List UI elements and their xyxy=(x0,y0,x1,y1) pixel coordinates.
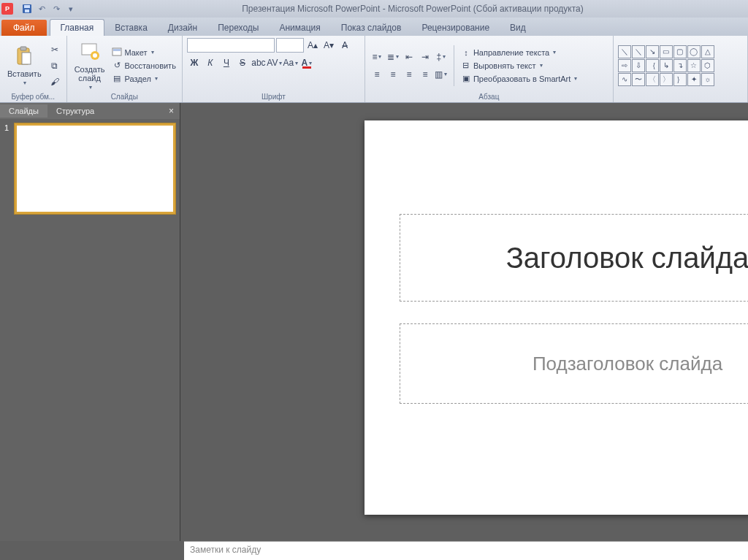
qat-customize-icon[interactable]: ▾ xyxy=(64,2,77,15)
shape-curve-icon[interactable]: ∿ xyxy=(618,73,631,86)
align-left-icon[interactable]: ≡ xyxy=(370,67,384,82)
thumbnail-item[interactable]: 1 xyxy=(4,123,175,214)
paste-button[interactable]: Вставить ▾ xyxy=(4,43,45,88)
shape-hex-icon[interactable]: ⬡ xyxy=(701,59,714,72)
grow-font-icon[interactable]: A▴ xyxy=(305,38,320,53)
title-placeholder[interactable]: Заголовок слайда xyxy=(400,214,748,302)
format-painter-icon[interactable]: 🖌 xyxy=(47,74,62,89)
window-title: Презентация Microsoft PowerPoint - Micro… xyxy=(77,4,748,14)
shape-rect2-icon[interactable]: ▢ xyxy=(673,45,687,58)
convert-smartart-button[interactable]: ▣Преобразовать в SmartArt▾ xyxy=(459,73,579,85)
paragraph-group-label: Абзац xyxy=(370,93,608,101)
shape-line-icon[interactable]: ＼ xyxy=(618,45,631,58)
shape-tri-icon[interactable]: △ xyxy=(701,45,714,58)
shape-brace-icon[interactable]: ｛ xyxy=(646,59,659,72)
shape-star2-icon[interactable]: ✦ xyxy=(687,73,701,86)
group-drawing: ＼ ＼ ↘ ▭ ▢ ◯ △ ⇨ ⇩ ｛ ↳ ↴ ☆ ⬡ ∿ 〜 〈 〉 ｝ ✦ xyxy=(614,36,748,102)
shape-star-icon[interactable]: ☆ xyxy=(687,59,701,72)
numbering-icon[interactable]: ≣▾ xyxy=(386,50,400,64)
shape-line3-icon[interactable]: ↘ xyxy=(646,45,659,58)
app-icon: P xyxy=(1,3,13,15)
shape-brace2-icon[interactable]: ｝ xyxy=(673,73,687,86)
tab-animation[interactable]: Анимация xyxy=(269,20,330,36)
char-spacing-icon[interactable]: AV▾ xyxy=(267,55,282,70)
copy-icon[interactable]: ⧉ xyxy=(47,58,62,73)
layout-button[interactable]: Макет▾ xyxy=(110,47,177,58)
subtitle-placeholder[interactable]: Подзаголовок слайда xyxy=(400,323,748,404)
shape-curve2-icon[interactable]: 〜 xyxy=(632,73,645,86)
font-color-icon[interactable]: A▾ xyxy=(299,55,314,70)
clear-formatting-icon[interactable]: A̶ xyxy=(337,38,352,53)
increase-indent-icon[interactable]: ⇥ xyxy=(418,50,432,64)
shape-gallery[interactable]: ＼ ＼ ↘ ▭ ▢ ◯ △ ⇨ ⇩ ｛ ↳ ↴ ☆ ⬡ ∿ 〜 〈 〉 ｝ ✦ xyxy=(618,45,714,86)
shape-oval-icon[interactable]: ◯ xyxy=(687,45,701,58)
section-button[interactable]: ▤ Раздел▾ xyxy=(110,73,177,85)
svg-rect-10 xyxy=(113,49,121,51)
shape-connector-icon[interactable]: ↳ xyxy=(660,59,673,72)
shape-sun-icon[interactable]: ☼ xyxy=(701,73,714,86)
align-right-icon[interactable]: ≡ xyxy=(402,67,416,82)
bold-icon[interactable]: Ж xyxy=(187,55,202,70)
slide-area: Заголовок слайда Подзаголовок слайда xyxy=(180,103,748,541)
text-direction-button[interactable]: ↕Направление текста▾ xyxy=(459,47,579,58)
shrink-font-icon[interactable]: A▾ xyxy=(321,38,336,53)
slide[interactable]: Заголовок слайда Подзаголовок слайда xyxy=(365,120,748,515)
font-size-input[interactable] xyxy=(276,38,304,53)
shape-rect-icon[interactable]: ▭ xyxy=(660,45,673,58)
title-bar: P ↶ ↷ ▾ Презентация Microsoft PowerPoint… xyxy=(0,0,748,18)
strike-icon[interactable]: S xyxy=(235,55,250,70)
panel-tab-outline[interactable]: Структура xyxy=(47,104,103,118)
tab-review[interactable]: Рецензирование xyxy=(411,20,500,36)
reset-button[interactable]: ↺ Восстановить xyxy=(110,60,177,72)
svg-rect-2 xyxy=(25,9,29,12)
notes-placeholder-text: Заметки к слайду xyxy=(190,545,261,555)
thumbnail-preview[interactable] xyxy=(15,123,175,214)
notes-pane[interactable]: Заметки к слайду xyxy=(184,541,748,560)
ribbon-tabs: Файл Главная Вставка Дизайн Переходы Ани… xyxy=(0,18,748,36)
thumbnail-number: 1 xyxy=(4,123,12,214)
svg-rect-1 xyxy=(24,5,30,8)
slides-group-label: Слайды xyxy=(72,93,178,101)
font-name-input[interactable] xyxy=(187,38,275,53)
italic-icon[interactable]: К xyxy=(203,55,218,70)
change-case-icon[interactable]: Aa▾ xyxy=(283,55,298,70)
panel-close-icon[interactable]: × xyxy=(163,106,180,116)
shadow-icon[interactable]: abc xyxy=(251,55,266,70)
slide-canvas[interactable]: Заголовок слайда Подзаголовок слайда xyxy=(180,103,748,541)
group-paragraph: ≡▾ ≣▾ ⇤ ⇥ ‡▾ ≡ ≡ ≡ ≡ ▥▾ ↕Направление тек… xyxy=(365,36,614,102)
underline-icon[interactable]: Ч xyxy=(219,55,234,70)
shape-bracket2-icon[interactable]: 〉 xyxy=(660,73,673,86)
shape-arrow-d-icon[interactable]: ⇩ xyxy=(632,59,645,72)
cut-icon[interactable]: ✂ xyxy=(47,42,62,57)
shape-arrow-r-icon[interactable]: ⇨ xyxy=(618,59,631,72)
redo-icon[interactable]: ↷ xyxy=(50,2,63,15)
file-tab[interactable]: Файл xyxy=(1,20,47,36)
svg-point-8 xyxy=(93,53,97,58)
justify-icon[interactable]: ≡ xyxy=(418,67,432,82)
columns-icon[interactable]: ▥▾ xyxy=(434,67,449,82)
save-icon[interactable] xyxy=(20,2,34,15)
tab-design[interactable]: Дизайн xyxy=(158,20,207,36)
workspace: Слайды Структура × 1 Заголовок слайда По… xyxy=(0,103,748,541)
tab-transitions[interactable]: Переходы xyxy=(207,20,269,36)
paste-label: Вставить xyxy=(7,69,42,78)
tab-insert[interactable]: Вставка xyxy=(104,20,158,36)
decrease-indent-icon[interactable]: ⇤ xyxy=(402,50,416,64)
group-font: A▴ A▾ A̶ Ж К Ч S abc AV▾ Aa▾ A▾ Шрифт xyxy=(183,36,365,102)
line-spacing-icon[interactable]: ‡▾ xyxy=(434,50,449,64)
shape-line2-icon[interactable]: ＼ xyxy=(632,45,645,58)
new-slide-label: Создать слайд xyxy=(75,65,105,83)
align-center-icon[interactable]: ≡ xyxy=(386,67,400,82)
tab-home[interactable]: Главная xyxy=(50,19,105,36)
slides-panel: Слайды Структура × 1 xyxy=(0,103,180,541)
shape-bracket-icon[interactable]: 〈 xyxy=(646,73,659,86)
tab-view[interactable]: Вид xyxy=(500,20,536,36)
undo-icon[interactable]: ↶ xyxy=(35,2,48,15)
svg-rect-5 xyxy=(22,53,31,64)
align-text-button[interactable]: ⊟Выровнять текст▾ xyxy=(459,60,579,72)
bullets-icon[interactable]: ≡▾ xyxy=(370,50,384,64)
tab-slideshow[interactable]: Показ слайдов xyxy=(331,20,412,36)
panel-tab-slides[interactable]: Слайды xyxy=(0,104,47,118)
new-slide-button[interactable]: Создать слайд ▾ xyxy=(72,39,108,92)
shape-connector2-icon[interactable]: ↴ xyxy=(673,59,687,72)
